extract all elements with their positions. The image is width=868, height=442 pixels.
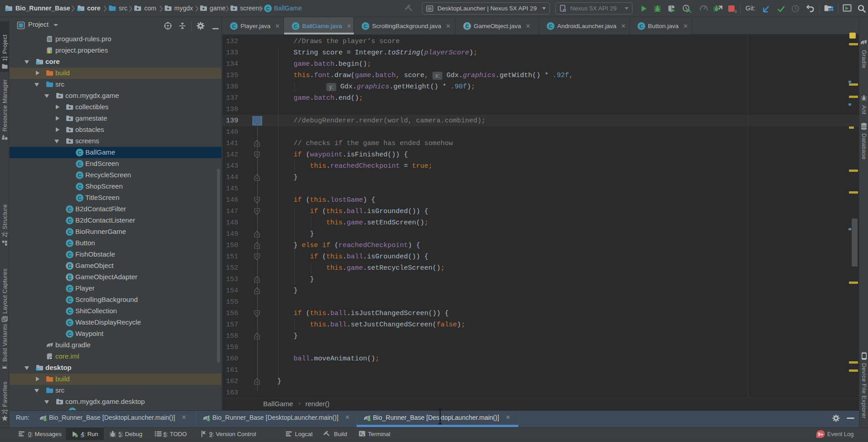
- svg-text:C: C: [68, 241, 71, 246]
- svg-text:C: C: [465, 23, 469, 29]
- svg-text:C: C: [232, 23, 235, 29]
- svg-text:C: C: [68, 320, 71, 325]
- svg-text:C: C: [639, 23, 643, 29]
- svg-text:C: C: [68, 275, 71, 280]
- svg-text:C: C: [78, 161, 81, 167]
- svg-text:C: C: [78, 173, 81, 178]
- svg-text:C: C: [363, 23, 367, 29]
- svg-text:C: C: [549, 23, 552, 29]
- svg-text:C: C: [68, 297, 71, 303]
- svg-text:C: C: [68, 207, 71, 212]
- svg-text:C: C: [68, 218, 71, 223]
- svg-text:C: C: [78, 184, 81, 189]
- svg-text:C: C: [294, 23, 297, 29]
- svg-text:C: C: [68, 309, 71, 314]
- svg-text:3: 3: [735, 10, 736, 13]
- svg-text:C: C: [68, 229, 71, 235]
- svg-text:C: C: [68, 263, 71, 269]
- svg-text:C: C: [68, 252, 71, 257]
- svg-text:C: C: [78, 195, 81, 201]
- svg-text:C: C: [266, 6, 270, 11]
- svg-text:C: C: [68, 331, 71, 337]
- svg-text:C: C: [68, 286, 71, 291]
- svg-text:C: C: [78, 150, 81, 155]
